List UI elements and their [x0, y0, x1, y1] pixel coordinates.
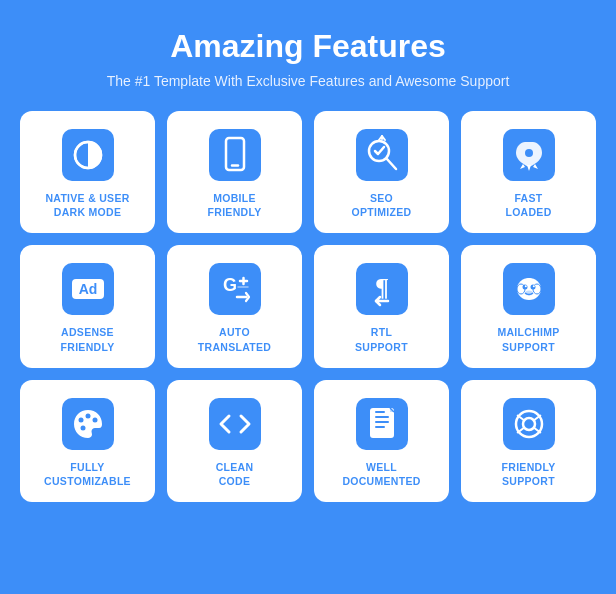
feature-label-friendly-support: FRIENDLYSUPPORT: [502, 460, 556, 488]
feature-label-mailchimp-support: MAILCHIMPSUPPORT: [497, 325, 559, 353]
svg-point-31: [85, 413, 90, 418]
doc-icon: [356, 398, 408, 450]
feature-card-clean-code: CLEANCODE: [167, 380, 302, 502]
svg-point-26: [532, 286, 534, 288]
feature-card-dark-mode: NATIVE & USERDARK MODE: [20, 111, 155, 233]
feature-card-adsense-friendly: Ad ADSENSEFRIENDLY: [20, 245, 155, 367]
feature-card-friendly-support: FRIENDLYSUPPORT: [461, 380, 596, 502]
feature-card-mobile-friendly: MOBILEFRIENDLY: [167, 111, 302, 233]
svg-rect-38: [503, 398, 555, 450]
mailchimp-icon: [503, 263, 555, 315]
svg-point-25: [524, 286, 526, 288]
feature-card-fast-loaded: FASTLOADED: [461, 111, 596, 233]
feature-label-seo-optimized: SEOOPTIMIZED: [352, 191, 412, 219]
svg-text:G: G: [223, 275, 237, 295]
seo-icon: [356, 129, 408, 181]
feature-label-dark-mode: NATIVE & USERDARK MODE: [45, 191, 129, 219]
palette-icon: [62, 398, 114, 450]
code-icon: [209, 398, 261, 450]
feature-card-well-documented: WELLDOCUMENTED: [314, 380, 449, 502]
feature-label-well-documented: WELLDOCUMENTED: [342, 460, 420, 488]
svg-point-23: [522, 285, 527, 290]
svg-point-34: [92, 429, 98, 435]
half-circle-icon: [62, 129, 114, 181]
feature-card-seo-optimized: SEOOPTIMIZED: [314, 111, 449, 233]
rocket-icon: [503, 129, 555, 181]
feature-label-auto-translated: AUTOTRANSLATED: [198, 325, 271, 353]
support-icon: [503, 398, 555, 450]
translate-icon: G: [209, 263, 261, 315]
svg-text:Ad: Ad: [78, 281, 97, 297]
svg-point-30: [78, 417, 83, 422]
feature-card-auto-translated: G AUTOTRANSLATED: [167, 245, 302, 367]
features-grid: NATIVE & USERDARK MODE MOBILEFRIENDLY SE…: [20, 111, 596, 502]
svg-point-33: [80, 425, 85, 430]
rtl-icon: ¶: [356, 263, 408, 315]
svg-point-32: [92, 417, 97, 422]
svg-point-24: [530, 285, 535, 290]
feature-label-fast-loaded: FASTLOADED: [505, 191, 551, 219]
feature-card-mailchimp-support: MAILCHIMPSUPPORT: [461, 245, 596, 367]
feature-label-clean-code: CLEANCODE: [216, 460, 254, 488]
feature-card-rtl-support: ¶ RTLSUPPORT: [314, 245, 449, 367]
page-subtitle: The #1 Template With Exclusive Features …: [107, 73, 510, 89]
feature-label-fully-customizable: FULLYCUSTOMIZABLE: [44, 460, 131, 488]
feature-label-rtl-support: RTLSUPPORT: [355, 325, 408, 353]
feature-label-mobile-friendly: MOBILEFRIENDLY: [208, 191, 262, 219]
ad-icon: Ad: [62, 263, 114, 315]
svg-point-10: [525, 149, 533, 157]
page-title: Amazing Features: [170, 28, 446, 65]
feature-label-adsense-friendly: ADSENSEFRIENDLY: [61, 325, 115, 353]
feature-card-fully-customizable: FULLYCUSTOMIZABLE: [20, 380, 155, 502]
svg-rect-35: [209, 398, 261, 450]
mobile-icon: [209, 129, 261, 181]
svg-text:¶: ¶: [374, 273, 388, 302]
